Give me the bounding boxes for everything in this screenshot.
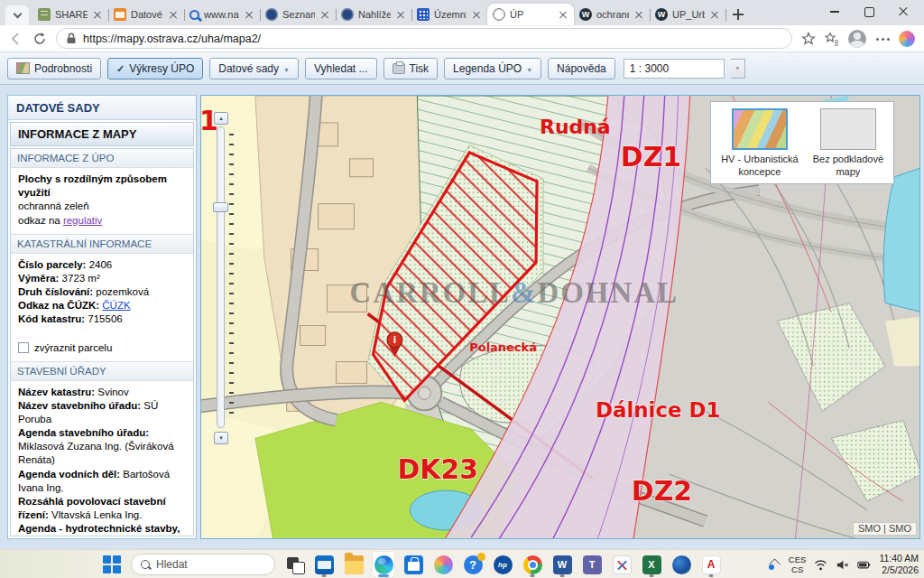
legenda-upo-button[interactable]: Legenda ÚPO (444, 58, 541, 79)
zoom-out-button[interactable] (214, 432, 228, 444)
volume-muted-icon[interactable] (836, 558, 849, 572)
windows-logo-icon (103, 555, 121, 573)
store-button[interactable] (402, 552, 424, 577)
favorites-icon[interactable] (825, 32, 839, 46)
copilot-button[interactable] (432, 552, 454, 577)
tab-shared-list[interactable]: SHARED LIST (32, 4, 108, 25)
zoom-track[interactable] (217, 126, 225, 428)
tab-ochranna-zelen[interactable]: ochranna_zele (574, 4, 650, 25)
start-button[interactable] (101, 552, 123, 577)
browser-menu-icon[interactable] (875, 32, 890, 46)
snipping-tool-button[interactable] (611, 552, 633, 577)
lock-icon (66, 33, 77, 44)
wordpress-icon (655, 8, 668, 21)
zoom-slider (212, 112, 236, 444)
battery-icon[interactable] (857, 558, 871, 572)
system-tray: CES CS 11:40 AM 2/5/2026 (768, 550, 919, 578)
tab-close-icon[interactable] (709, 9, 720, 20)
map-app-toolbar: Podrobnosti Výkresy ÚPO Datové sady Vyhl… (0, 52, 924, 85)
podrobnosti-button[interactable]: Podrobnosti (7, 58, 101, 79)
tab-datove-schranky[interactable]: Datové schrán (108, 4, 184, 25)
circle-app-button[interactable] (670, 552, 692, 577)
new-tab-button[interactable] (729, 5, 747, 23)
urady-info-block: Název katastru: Svinov Název stavebního … (11, 381, 193, 536)
back-icon[interactable] (9, 32, 23, 46)
outlook-button[interactable] (313, 552, 335, 577)
file-explorer-button[interactable] (343, 552, 365, 577)
tab-up-urbanism[interactable]: UP_Urbanism (650, 4, 725, 25)
dropdown-arrow-icon (283, 62, 290, 75)
tab-close-icon[interactable] (395, 9, 406, 20)
copilot-app-icon (434, 555, 453, 574)
dropdown-arrow-icon (526, 62, 532, 75)
highlight-parcel-checkbox[interactable] (18, 342, 29, 353)
vyhledat-button[interactable]: Vyhledat ... (305, 58, 377, 79)
hidden-icons-button[interactable] (768, 558, 781, 571)
taskbar-search[interactable]: Hledat (131, 554, 275, 575)
basemap-switcher: HV - Urbanistická koncepce Bez podkladov… (710, 101, 894, 184)
search-icon (141, 560, 150, 569)
basemap-thumbnail-none[interactable] (820, 108, 876, 150)
vykresy-upo-button[interactable]: Výkresy ÚPO (107, 58, 203, 79)
tab-nahlizeni-katastr[interactable]: Nahlížení do k (336, 4, 411, 25)
regulativ-link[interactable]: regulativ (63, 215, 102, 226)
circle-app-icon (672, 555, 691, 574)
tab-seznam-nemovitosti[interactable]: Seznam nemo (260, 4, 336, 25)
url-field[interactable]: https://mapy.ostrava.cz/uha/mapa2/ (56, 28, 792, 49)
zoom-in-button[interactable] (214, 112, 228, 125)
minimize-button[interactable] (818, 0, 852, 23)
refresh-icon[interactable] (32, 32, 47, 46)
section-katastralni-informace: KATASTRÁLNÍ INFORMACE (11, 234, 193, 254)
language-indicator[interactable]: CES CS (789, 555, 807, 575)
tab-close-icon[interactable] (471, 9, 482, 20)
tab-close-icon[interactable] (244, 9, 254, 20)
tab-close-icon[interactable] (168, 9, 179, 20)
profile-avatar[interactable] (848, 30, 866, 48)
bookmark-star-icon[interactable] (801, 32, 816, 46)
basemap-option-none[interactable]: Bez podkladové mapy (813, 108, 883, 179)
tisk-button[interactable]: Tisk (383, 58, 439, 79)
scale-combobox[interactable]: 1 : 3000 (624, 59, 725, 79)
windows-taskbar: Hledat CES CS (0, 549, 924, 578)
chrome-button[interactable] (522, 552, 543, 577)
napoveda-button[interactable]: Nápověda (548, 58, 615, 79)
get-help-button[interactable] (462, 552, 484, 577)
close-button[interactable] (886, 0, 920, 23)
maximize-button[interactable] (852, 0, 886, 23)
label-dz1: DZ1 (621, 141, 681, 172)
acrobat-button[interactable] (700, 552, 722, 577)
tab-close-icon[interactable] (92, 9, 103, 20)
tab-nahlizeni[interactable]: www.nahlizen (184, 4, 260, 25)
tab-close-icon[interactable] (319, 9, 330, 20)
tab-close-icon[interactable] (558, 9, 568, 20)
excel-button[interactable] (641, 552, 662, 577)
globe-gray-icon (493, 8, 505, 21)
label-dalnice-d1: Dálnice D1 (596, 398, 721, 422)
hp-button[interactable] (492, 552, 513, 577)
basemap-thumbnail-hv[interactable] (732, 108, 788, 150)
tab-search-button[interactable] (5, 5, 29, 25)
task-view-icon (285, 555, 304, 574)
clock[interactable]: 11:40 AM 2/5/2026 (879, 553, 919, 576)
panel-title: DATOVÉ SADY (8, 96, 196, 120)
task-view-button[interactable] (283, 552, 305, 577)
map-canvas[interactable]: Rudná DZ1 Dálnice D1 DZ2 DK23 Polanecká … (200, 95, 920, 539)
datove-sady-button[interactable]: Datové sady (209, 58, 299, 79)
cuzk-link[interactable]: ČÚZK (102, 300, 130, 311)
basemap-option-hv[interactable]: HV - Urbanistická koncepce (721, 108, 799, 179)
tab-close-icon[interactable] (633, 9, 644, 20)
tab-up-active[interactable]: ÚP (487, 4, 574, 25)
scale-dropdown-button[interactable] (731, 59, 745, 79)
globe-navy-icon (341, 8, 354, 21)
check-icon (116, 62, 125, 75)
edge-icon (374, 555, 393, 574)
zoom-handle[interactable] (213, 202, 228, 212)
wifi-icon[interactable] (814, 558, 827, 572)
teams-button[interactable] (581, 552, 603, 577)
teams-icon (583, 555, 602, 574)
magnifier-blue-icon (189, 10, 199, 20)
word-button[interactable] (551, 552, 573, 577)
copilot-icon[interactable] (899, 31, 915, 47)
edge-button[interactable] (373, 552, 394, 577)
tab-uzemni-plan[interactable]: Územní plán O (411, 4, 487, 25)
